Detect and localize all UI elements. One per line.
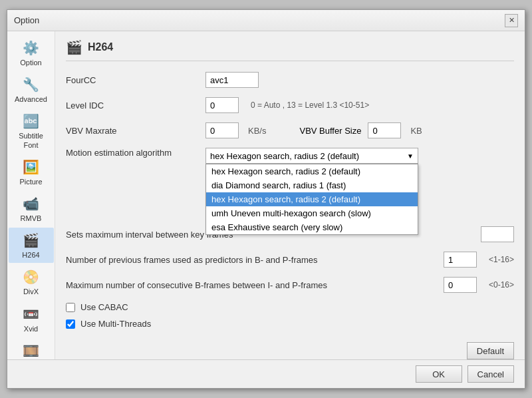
sidebar-label-xvid: Xvid — [24, 325, 38, 333]
sidebar-icon-h264: 🎬 — [22, 231, 41, 250]
sidebar-icon-xvid: 📼 — [22, 305, 41, 323]
sidebar-item-option[interactable]: ⚙️ Option — [9, 35, 54, 71]
motion-label: Motion estimation algorithm — [66, 148, 199, 158]
level-idc-label: Level IDC — [66, 100, 199, 110]
default-button[interactable]: Default — [467, 342, 514, 359]
motion-select-wrapper: hex Hexagon search, radius 2 (default) ▼ — [205, 148, 418, 164]
predictors-input[interactable] — [444, 252, 477, 268]
dropdown-option-esa[interactable]: esa Exhaustive search (very slow) — [206, 220, 418, 234]
panel-title: H264 — [88, 41, 113, 53]
vbv-maxrate-unit: KB/s — [248, 126, 266, 136]
motion-select-value: hex Hexagon search, radius 2 (default) — [210, 151, 359, 161]
dropdown-option-hex1[interactable]: hex Hexagon search, radius 2 (default) — [206, 164, 418, 178]
dropdown-option-hex2[interactable]: hex Hexagon search, radius 2 (default) — [206, 192, 418, 206]
motion-dropdown-list: hex Hexagon search, radius 2 (default) d… — [205, 164, 418, 235]
predictors-row: Number of previous frames used as predic… — [66, 252, 514, 268]
sidebar-label-divx: DivX — [23, 288, 39, 296]
sidebar-icon-divx: 📀 — [22, 268, 41, 286]
level-idc-row: Level IDC 0 = Auto , 13 = Level 1.3 <10-… — [66, 97, 514, 113]
sidebar-icon-wmv2: 🎞️ — [22, 341, 41, 359]
default-button-row: Default — [66, 342, 514, 359]
vbv-maxrate-input[interactable] — [205, 122, 239, 138]
predictors-range: <1-16> — [489, 255, 514, 264]
vbv-maxrate-label: VBV Maxrate — [66, 126, 199, 136]
sidebar-item-h264[interactable]: 🎬 H264 — [9, 228, 54, 263]
motion-dropdown-container: hex Hexagon search, radius 2 (default) ▼… — [205, 148, 418, 164]
sidebar-label-picture: Picture — [19, 178, 42, 186]
sidebar-icon-option: ⚙️ — [22, 39, 41, 57]
level-idc-input[interactable] — [205, 97, 239, 113]
title-bar-text: Option — [14, 15, 39, 25]
sidebar-item-divx[interactable]: 📀 DivX — [9, 264, 54, 299]
cancel-button[interactable]: Cancel — [467, 365, 514, 383]
sidebar-item-wmv2[interactable]: 🎞️ WMV2 — [9, 338, 54, 359]
vbv-buffer-label: VBV Buffer Size — [299, 126, 361, 136]
multithreads-label: Use Multi-Threads — [80, 319, 151, 329]
content-area: ⚙️ Option 🔧 Advanced 🔤 Subtitle Font 🖼️ … — [7, 31, 525, 359]
fourcc-row: FourCC — [66, 72, 514, 88]
bframes-range: <0-16> — [489, 280, 514, 290]
level-idc-hint: 0 = Auto , 13 = Level 1.3 <10-51> — [251, 100, 369, 110]
predictors-label: Number of previous frames used as predic… — [66, 255, 437, 265]
sidebar-item-subtitle-font[interactable]: 🔤 Subtitle Font — [9, 108, 54, 152]
dropdown-option-dia[interactable]: dia Diamond search, radius 1 (fast) — [206, 178, 418, 192]
title-bar: Option ✕ — [7, 10, 525, 31]
motion-row: Motion estimation algorithm hex Hexagon … — [66, 148, 514, 164]
vbv-buffer-input[interactable] — [368, 122, 401, 138]
panel-header-icon: 🎬 — [66, 39, 82, 55]
cabac-row: Use CABAC — [66, 302, 514, 312]
cabac-label: Use CABAC — [80, 302, 128, 312]
multithreads-row: Use Multi-Threads — [66, 319, 514, 329]
ok-button[interactable]: OK — [416, 365, 462, 383]
sidebar-label-option: Option — [20, 59, 41, 67]
bframes-row: Maximum number of consecutive B-frames b… — [66, 277, 514, 293]
vbv-buffer-unit: KB — [410, 126, 422, 136]
sidebar-icon-advanced: 🔧 — [22, 75, 41, 94]
multithreads-checkbox[interactable] — [66, 319, 75, 329]
footer-action-buttons: OK Cancel — [416, 365, 514, 383]
fourcc-input[interactable] — [205, 72, 259, 88]
sidebar-label-subtitle-font: Subtitle Font — [11, 132, 51, 149]
sidebar-item-picture[interactable]: 🖼️ Picture — [9, 154, 54, 190]
sidebar-icon-picture: 🖼️ — [22, 158, 41, 176]
close-button[interactable]: ✕ — [505, 14, 518, 27]
dialog: Option ✕ ⚙️ Option 🔧 Advanced 🔤 Subtitle… — [7, 9, 525, 389]
panel-header: 🎬 H264 — [66, 39, 514, 61]
sidebar-label-rmvb: RMVB — [21, 214, 42, 223]
fourcc-label: FourCC — [66, 75, 199, 85]
footer: OK Cancel — [7, 359, 525, 388]
sidebar-item-xvid[interactable]: 📼 Xvid — [9, 301, 54, 337]
dropdown-option-umh[interactable]: umh Uneven multi-hexagon search (slow) — [206, 206, 418, 220]
sidebar-item-advanced[interactable]: 🔧 Advanced — [9, 72, 54, 107]
motion-select[interactable]: hex Hexagon search, radius 2 (default) ▼ — [205, 148, 418, 164]
bframes-label: Maximum number of consecutive B-frames b… — [66, 280, 437, 290]
cabac-checkbox[interactable] — [66, 303, 75, 312]
bframes-input[interactable] — [444, 277, 477, 293]
sidebar-icon-subtitle-font: 🔤 — [22, 112, 41, 130]
sidebar: ⚙️ Option 🔧 Advanced 🔤 Subtitle Font 🖼️ … — [7, 31, 55, 359]
sidebar-icon-rmvb: 📹 — [22, 194, 41, 213]
sidebar-label-advanced: Advanced — [15, 95, 47, 104]
dropdown-arrow-icon: ▼ — [407, 152, 414, 160]
main-panel: 🎬 H264 FourCC Level IDC 0 = Auto , 13 = … — [55, 31, 525, 359]
vbv-row: VBV Maxrate KB/s VBV Buffer Size KB — [66, 122, 514, 138]
keyframe-input[interactable] — [481, 226, 514, 242]
sidebar-item-rmvb[interactable]: 📹 RMVB — [9, 191, 54, 226]
sidebar-label-h264: H264 — [22, 251, 39, 260]
